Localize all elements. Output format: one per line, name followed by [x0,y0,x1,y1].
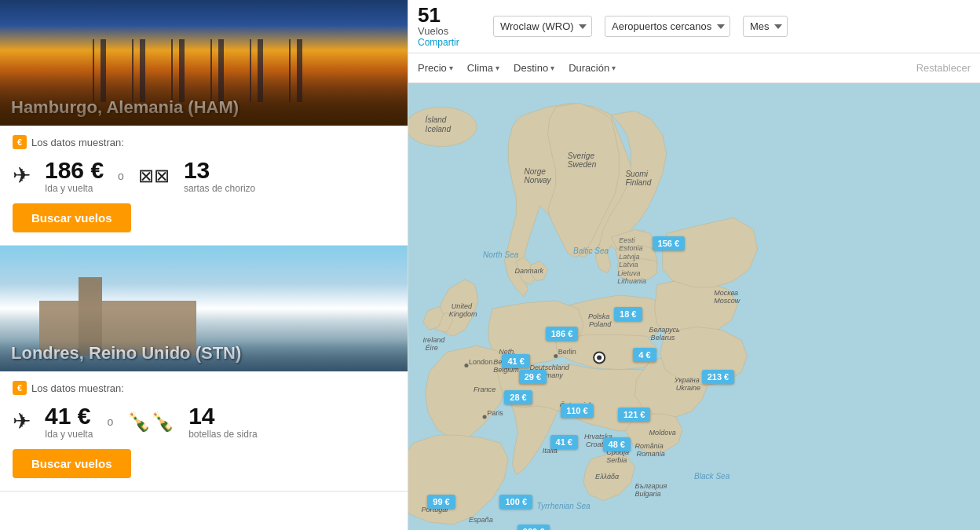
flight-card-london: Londres, Reino Unido (STN) € Los datos m… [0,246,408,492]
price-bubble-madrid[interactable]: 100 € [499,495,532,509]
alt-label-london: botellas de sidra [188,429,257,440]
card-title-hamburg: Hamburgo, Alemania (HAM) [11,97,239,118]
svg-text:Norway: Norway [524,176,551,185]
svg-text:Kingdom: Kingdom [449,310,477,318]
filter-duracion[interactable]: Duración ▾ [569,62,616,74]
data-note-text-hamburg: Los datos muestran: [31,137,124,148]
period-select[interactable]: Mes [743,16,788,37]
price-bubble-zagreb[interactable]: 41 € [550,435,578,449]
map-filters: Precio ▾ Clima ▾ Destino ▾ Duración ▾ Re… [408,53,980,83]
svg-text:London: London [469,358,492,366]
svg-text:България: България [634,482,667,490]
search-button-london[interactable]: Buscar vuelos [13,449,131,478]
alt-block-hamburg: 13 sartas de chorizo [184,157,255,194]
map-svg: Ísland Iceland Norge Norway Sverige Swed… [408,83,980,530]
svg-text:North Sea: North Sea [483,250,519,259]
data-note-text-london: Los datos muestran: [31,382,124,394]
plane-icon-hamburg: ✈ [13,163,31,188]
alt-block-london: 14 botellas de sidra [188,403,257,440]
price-bubble-belgrade[interactable]: 48 € [603,437,631,451]
card-image-london: Londres, Reino Unido (STN) [0,246,408,371]
svg-text:Éire: Éire [426,344,438,352]
right-panel: 51 Vuelos Compartir Wroclaw (WRO) Aeropu… [408,0,980,530]
price-main-london: 41 € [45,403,93,429]
price-bubble-brussels[interactable]: 28 € [504,390,532,404]
filter-destino[interactable]: Destino ▾ [514,62,554,74]
svg-text:Norge: Norge [524,167,546,176]
svg-text:Serbia: Serbia [606,456,627,464]
left-panel: Hamburgo, Alemania (HAM) € Los datos mue… [0,0,408,530]
price-bubble-amsterdam[interactable]: 29 € [519,370,547,384]
svg-text:Ukraine: Ukraine [676,384,700,392]
filter-clima[interactable]: Clima ▾ [467,62,499,74]
filter-duracion-label: Duración [569,62,609,74]
nearby-select[interactable]: Aeropuertos cercanos [605,16,730,37]
map-area: Ísland Iceland Norge Norway Sverige Swed… [408,83,980,530]
svg-text:United: United [452,302,473,310]
svg-text:Ísland: Ísland [426,115,447,124]
or-text-hamburg: o [118,170,124,182]
svg-text:Danmark: Danmark [514,267,543,275]
price-bubble-bratislava[interactable]: 121 € [618,408,651,422]
filter-destino-label: Destino [514,62,548,74]
alt-count-london: 14 [188,403,257,429]
svg-text:Bulgaria: Bulgaria [634,490,660,498]
chevron-down-icon-destino: ▾ [550,64,554,72]
price-bubble-barcelona[interactable]: 220 € [517,525,550,530]
svg-text:Eesti: Eesti [619,236,635,244]
svg-text:France: France [474,386,495,393]
svg-point-50 [464,364,468,367]
or-text-london: o [107,415,113,428]
plane-icon-london: ✈ [13,408,31,434]
svg-text:Romania: Romania [636,450,664,458]
svg-text:Україна: Україна [674,376,700,384]
svg-text:Poland: Poland [589,320,612,328]
svg-text:Latvia: Latvia [619,261,638,269]
card-body-london: € Los datos muestran: ✈ 41 € Ida y vuelt… [0,371,408,491]
price-bubble-kyiv[interactable]: 213 € [702,370,735,384]
svg-text:Suomi: Suomi [625,170,648,178]
bottle-icon-london: 🍾🍾 [127,411,174,433]
svg-text:Latvija: Latvija [619,253,639,261]
alt-count-hamburg: 13 [184,157,255,183]
svg-text:Polska: Polska [588,313,609,320]
compartir-link[interactable]: Compartir [418,37,459,48]
price-bubble-lisbon[interactable]: 99 € [427,495,455,509]
svg-text:Iceland: Iceland [426,125,452,133]
svg-point-52 [483,415,487,419]
price-bubble-vienna[interactable]: 110 € [561,404,594,418]
svg-text:România: România [634,442,663,450]
filter-precio[interactable]: Precio ▾ [418,62,453,74]
svg-text:Sweden: Sweden [568,160,597,169]
svg-text:Беларусь: Беларусь [649,326,681,334]
vuelos-section: 51 Vuelos Compartir [418,5,481,48]
svg-text:Moscow: Moscow [714,297,741,305]
svg-text:Lithuania: Lithuania [617,277,646,285]
chevron-down-icon-precio: ▾ [449,64,453,72]
price-bubble-tallinn[interactable]: 156 € [653,236,686,250]
svg-text:Finland: Finland [625,178,651,187]
svg-text:Moldova: Moldova [649,429,676,437]
search-button-hamburg[interactable]: Buscar vuelos [13,203,131,232]
restablecer-button[interactable]: Restablecer [916,62,971,74]
alt-label-hamburg: sartas de chorizo [184,183,255,194]
euro-badge-hamburg: € [13,135,27,149]
data-note-hamburg: € Los datos muestran: [13,135,395,149]
airport-select[interactable]: Wroclaw (WRO) [493,16,592,37]
price-bubble-london[interactable]: 41 € [502,354,529,368]
card-title-london: Londres, Reino Unido (STN) [11,343,241,364]
filter-clima-label: Clima [467,62,493,74]
price-bubble-hamburg[interactable]: 186 € [546,327,579,341]
svg-point-60 [597,355,602,360]
price-sub-hamburg: Ida y vuelta [45,183,104,194]
vuelos-label: Vuelos [418,25,448,37]
svg-point-48 [554,354,558,358]
flight-info-row-hamburg: ✈ 186 € Ida y vuelta o ⊠⊠ 13 sartas de c… [13,157,395,194]
svg-text:Paris: Paris [487,409,503,417]
map-toolbar: 51 Vuelos Compartir Wroclaw (WRO) Aeropu… [408,0,980,53]
price-main-hamburg: 186 € [45,157,104,183]
price-bubble-vilnius[interactable]: 18 € [614,307,642,321]
price-sub-london: Ida y vuelta [45,429,93,440]
price-block-hamburg: 186 € Ida y vuelta [45,157,104,194]
price-bubble-warsaw[interactable]: 4 € [633,348,656,362]
